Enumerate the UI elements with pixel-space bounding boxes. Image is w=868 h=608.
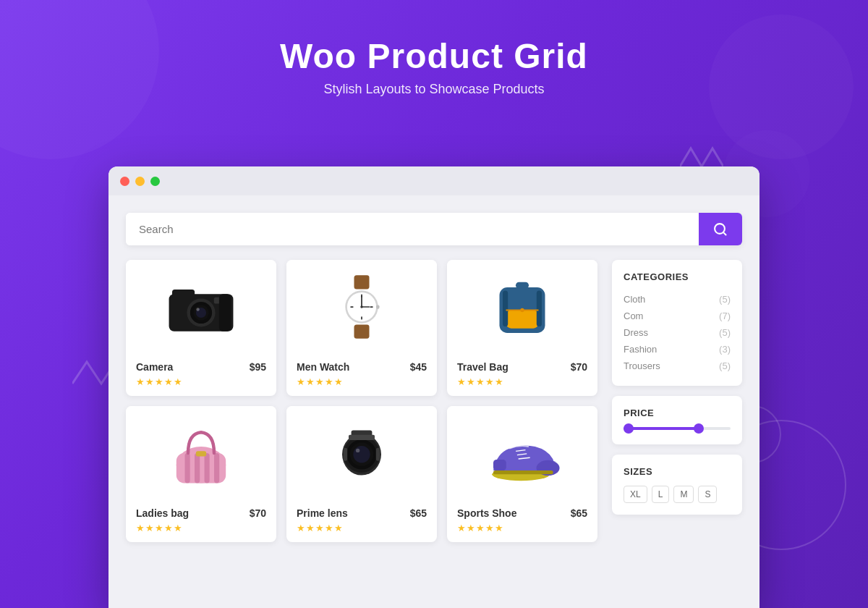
price-section: PRICE: [612, 396, 742, 444]
product-price-3: $70: [571, 361, 587, 373]
svg-rect-33: [205, 453, 210, 483]
svg-rect-52: [493, 470, 553, 474]
category-item-trousers[interactable]: Trousers (5): [624, 358, 731, 374]
category-name: Cloth: [624, 294, 645, 305]
svg-rect-25: [503, 291, 508, 327]
category-count: (7): [719, 311, 731, 321]
svg-rect-31: [185, 453, 190, 483]
product-name-price-2: Men Watch $45: [297, 361, 427, 373]
browser-content: Camera $95 ★★★★★ Men Watch: [109, 195, 760, 608]
product-image-4: [126, 406, 276, 500]
size-option-l[interactable]: L: [652, 486, 670, 503]
product-name-price-5: Prime lens $65: [297, 507, 427, 519]
svg-rect-8: [219, 294, 231, 332]
price-handle-right[interactable]: [694, 423, 704, 434]
product-name-price-6: Sports Shoe $65: [457, 507, 587, 519]
product-name-6: Sports Shoe: [457, 507, 516, 519]
svg-rect-32: [195, 453, 200, 483]
category-count: (5): [719, 360, 731, 371]
product-card-2[interactable]: Men Watch $45 ★★★★★: [286, 260, 437, 396]
window-minimize-dot[interactable]: [135, 177, 145, 186]
product-image-2: [286, 260, 437, 354]
svg-rect-43: [349, 435, 375, 440]
sizes-title: SIZES: [624, 466, 731, 477]
svg-rect-51: [493, 460, 506, 470]
products-grid: Camera $95 ★★★★★ Men Watch: [126, 260, 597, 542]
product-price-2: $45: [410, 361, 427, 373]
product-card-5[interactable]: Prime lens $65 ★★★★★: [286, 406, 437, 542]
svg-rect-23: [516, 282, 529, 289]
category-count: (3): [719, 344, 731, 355]
page-title: Woo Product Grid: [280, 36, 588, 76]
size-option-xl[interactable]: XL: [624, 486, 647, 503]
svg-rect-34: [214, 453, 219, 483]
svg-point-41: [356, 449, 359, 452]
product-card-6[interactable]: Sports Shoe $65 ★★★★★: [447, 406, 597, 542]
product-info-6: Sports Shoe $65 ★★★★★: [447, 500, 597, 542]
search-input[interactable]: [126, 213, 699, 245]
window-maximize-dot[interactable]: [150, 177, 160, 186]
product-card-3[interactable]: Travel Bag $70 ★★★★★: [447, 260, 597, 396]
product-image-3: [447, 260, 597, 354]
product-image-1: [126, 260, 276, 354]
svg-rect-35: [196, 451, 206, 456]
svg-rect-16: [350, 306, 353, 308]
product-name-1: Camera: [136, 361, 173, 373]
window-close-dot[interactable]: [120, 177, 129, 186]
sizes-section: SIZES XLLMS: [612, 455, 742, 515]
product-price-5: $65: [410, 507, 427, 519]
product-name-4: Ladies bag: [136, 507, 189, 519]
size-option-s[interactable]: S: [698, 486, 717, 503]
product-name-3: Travel Bag: [457, 361, 509, 373]
product-price-4: $70: [250, 507, 266, 519]
category-item-dress[interactable]: Dress (5): [624, 324, 731, 341]
svg-rect-1: [172, 290, 195, 299]
svg-rect-21: [376, 305, 379, 308]
svg-rect-9: [354, 275, 370, 289]
product-info-5: Prime lens $65 ★★★★★: [286, 500, 437, 542]
browser-titlebar: [109, 166, 760, 195]
category-item-cloth[interactable]: Cloth (5): [624, 291, 731, 308]
svg-rect-44: [344, 448, 347, 461]
product-stars-1: ★★★★★: [136, 376, 266, 387]
categories-section: CATEGORIES Cloth (5) Com (7) Dress (5) F…: [612, 260, 742, 386]
category-count: (5): [719, 327, 731, 338]
category-name: Fashion: [624, 344, 657, 355]
category-item-com[interactable]: Com (7): [624, 308, 731, 324]
product-price-6: $65: [571, 507, 587, 519]
product-name-price-4: Ladies bag $70: [136, 507, 266, 519]
size-option-m[interactable]: M: [673, 486, 694, 503]
page-subtitle: Stylish Layouts to Showcase Products: [280, 82, 588, 97]
product-name-2: Men Watch: [297, 361, 349, 373]
product-name-price-1: Camera $95: [136, 361, 266, 373]
category-name: Com: [624, 311, 643, 321]
category-name: Dress: [624, 327, 648, 338]
svg-rect-26: [537, 291, 542, 327]
product-card-1[interactable]: Camera $95 ★★★★★: [126, 260, 276, 396]
svg-point-40: [353, 446, 370, 463]
product-card-4[interactable]: Ladies bag $70 ★★★★★: [126, 406, 276, 542]
product-info-3: Travel Bag $70 ★★★★★: [447, 354, 597, 396]
svg-rect-24: [506, 311, 539, 329]
product-stars-5: ★★★★★: [297, 523, 427, 533]
sidebar: CATEGORIES Cloth (5) Com (7) Dress (5) F…: [612, 260, 742, 542]
product-info-2: Men Watch $45 ★★★★★: [286, 354, 437, 396]
price-slider-track[interactable]: [624, 427, 731, 430]
product-stars-4: ★★★★★: [136, 523, 266, 533]
product-stars-3: ★★★★★: [457, 376, 587, 387]
svg-rect-17: [370, 306, 373, 308]
main-layout: Camera $95 ★★★★★ Men Watch: [126, 260, 742, 542]
search-bar: [126, 213, 742, 245]
price-title: PRICE: [624, 408, 731, 418]
svg-rect-10: [354, 325, 370, 339]
svg-rect-15: [361, 316, 362, 319]
price-handle-left[interactable]: [624, 423, 634, 434]
product-image-6: [447, 406, 597, 500]
browser-window: Camera $95 ★★★★★ Men Watch: [109, 166, 760, 608]
product-image-5: [286, 406, 437, 500]
svg-point-6: [196, 308, 199, 311]
category-item-fashion[interactable]: Fashion (3): [624, 341, 731, 358]
product-info-4: Ladies bag $70 ★★★★★: [126, 500, 276, 542]
product-info-1: Camera $95 ★★★★★: [126, 354, 276, 396]
search-button[interactable]: [699, 213, 742, 245]
